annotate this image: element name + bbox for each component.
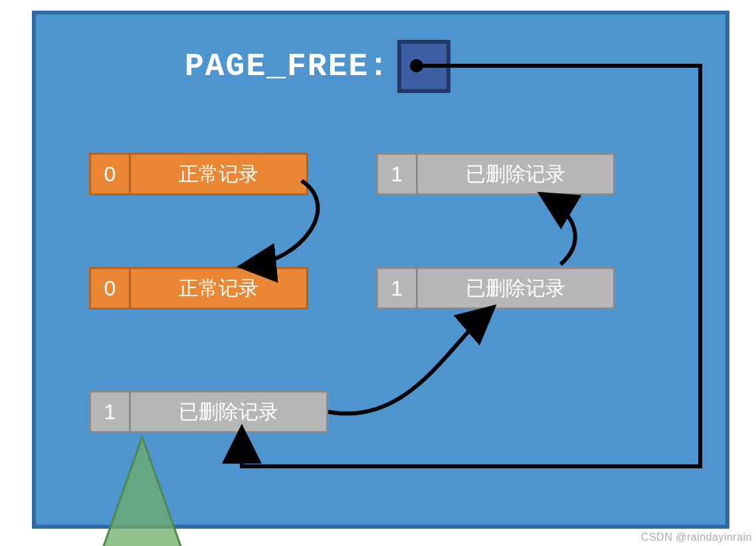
page-free-panel: PAGE_FREE: 0 正常记录 0 正常记录 1 已删除记录 1 已删除记录… [32, 11, 729, 529]
page-title: PAGE_FREE: [185, 48, 389, 84]
record-label: 正常记录 [131, 155, 306, 193]
record-flag: 0 [91, 269, 131, 308]
record-normal-1: 0 正常记录 [89, 153, 308, 195]
record-label: 已删除记录 [418, 269, 613, 308]
record-flag: 1 [91, 393, 131, 431]
record-label: 已删除记录 [418, 155, 613, 193]
arrow-r3-to-r5 [328, 312, 488, 414]
record-normal-2: 0 正常记录 [89, 267, 308, 310]
record-deleted-3: 1 已删除记录 [376, 267, 615, 310]
watermark-text: CSDN @raindayinrain [641, 531, 752, 543]
record-flag: 1 [378, 269, 418, 308]
record-label: 已删除记录 [131, 393, 326, 431]
list-head-node [397, 40, 450, 93]
record-flag: 1 [378, 155, 418, 193]
pointer-triangle-icon [99, 437, 185, 546]
title-row: PAGE_FREE: [185, 40, 450, 93]
record-flag: 0 [91, 155, 131, 193]
record-deleted-2: 1 已删除记录 [376, 153, 615, 195]
record-label: 正常记录 [131, 269, 306, 308]
arrow-r5-to-r4 [547, 198, 575, 264]
record-deleted-1: 1 已删除记录 [89, 391, 328, 433]
diagram-stage: PAGE_FREE: 0 正常记录 0 正常记录 1 已删除记录 1 已删除记录… [0, 0, 756, 546]
